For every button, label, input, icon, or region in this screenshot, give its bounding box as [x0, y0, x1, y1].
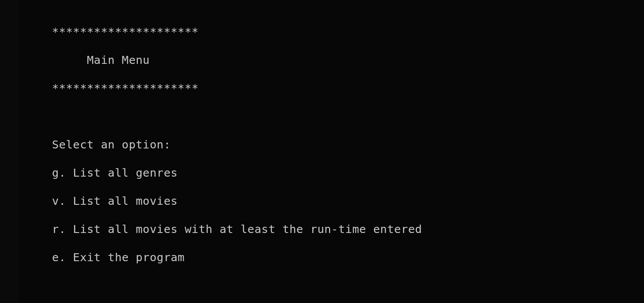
window-left-gutter: [0, 0, 19, 303]
menu-divider-top: *********************: [25, 25, 644, 39]
menu-option-r: r. List all movies with at least the run…: [25, 222, 644, 236]
select-prompt: Select an option:: [25, 137, 644, 152]
terminal-output[interactable]: ********************* Main Menu ********…: [19, 0, 644, 303]
blank-line: [25, 109, 644, 123]
menu-divider-mid: *********************: [25, 81, 644, 95]
menu-title: Main Menu: [25, 53, 644, 67]
menu-option-e: e. Exit the program: [25, 250, 644, 264]
blank-line: [25, 278, 644, 292]
menu-option-v: v. List all movies: [25, 194, 644, 208]
menu-option-g: g. List all genres: [25, 166, 644, 180]
